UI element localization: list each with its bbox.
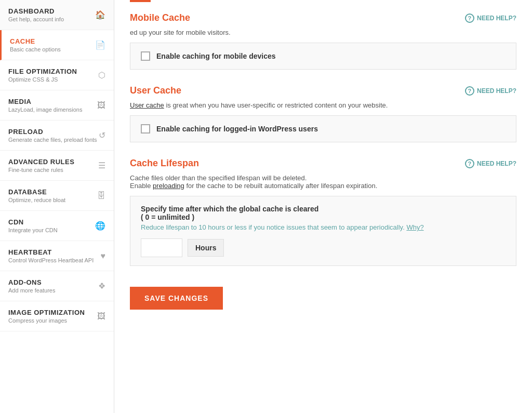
lifespan-specify-title: Specify time after which the global cach… — [141, 205, 506, 221]
lifespan-input[interactable] — [141, 238, 182, 257]
user-cache-description: User cache is great when you have user-s… — [130, 101, 516, 109]
sidebar-item-cdn[interactable]: CDN Integrate your CDN 🌐 — [0, 211, 114, 241]
mobile-cache-section: Mobile Cache ? NEED HELP? ed up your sit… — [130, 12, 516, 70]
main-content: Mobile Cache ? NEED HELP? ed up your sit… — [114, 0, 532, 413]
database-icon: 🗄 — [97, 191, 105, 201]
lifespan-why-link[interactable]: Why? — [406, 223, 423, 231]
file-optimization-icon: ⬡ — [98, 70, 105, 80]
mobile-cache-header: Mobile Cache ? NEED HELP? — [130, 12, 516, 23]
mobile-cache-option-box: Enable caching for mobile devices — [130, 43, 516, 70]
sidebar-item-image-optimization[interactable]: IMAGE OPTIMIZATION Compress your images … — [0, 301, 114, 331]
advanced-rules-icon: ☰ — [98, 161, 105, 170]
sidebar-item-add-ons[interactable]: ADD-ONS Add more features ❖ — [0, 271, 114, 301]
cache-lifespan-need-help[interactable]: ? NEED HELP? — [465, 159, 516, 168]
sidebar-item-advanced-rules[interactable]: ADVANCED RULES Fine-tune cache rules ☰ — [0, 151, 114, 181]
user-cache-checkbox[interactable] — [141, 124, 150, 134]
sidebar: DASHBOARD Get help, account info 🏠 CACHE… — [0, 0, 114, 413]
sidebar-item-database[interactable]: DATABASE Optimize, reduce bloat 🗄 — [0, 181, 114, 211]
lifespan-input-row: Hours — [141, 238, 506, 257]
user-cache-label: Enable caching for logged-in WordPress u… — [156, 125, 318, 133]
cdn-icon: 🌐 — [95, 221, 105, 231]
preload-icon: ↺ — [99, 130, 105, 140]
mobile-cache-label: Enable caching for mobile devices — [156, 52, 276, 60]
mobile-cache-title: Mobile Cache — [130, 12, 190, 23]
user-cache-title: User Cache — [130, 85, 181, 96]
add-ons-icon: ❖ — [98, 281, 105, 291]
mobile-cache-need-help[interactable]: ? NEED HELP? — [465, 14, 516, 23]
user-cache-option-box: Enable caching for logged-in WordPress u… — [130, 115, 516, 142]
dashboard-icon: 🏠 — [95, 10, 105, 20]
sidebar-item-preload[interactable]: PRELOAD Generate cache files, preload fo… — [0, 121, 114, 151]
cache-lifespan-description: Cache files older than the specified lif… — [130, 174, 516, 190]
user-cache-link[interactable]: User cache — [130, 101, 164, 109]
cache-lifespan-title: Cache Lifespan — [130, 158, 199, 169]
user-cache-section: User Cache ? NEED HELP? User cache is gr… — [130, 85, 516, 142]
sidebar-item-media[interactable]: MEDIA LazyLoad, image dimensions 🖼 — [0, 90, 114, 121]
cache-lifespan-section: Cache Lifespan ? NEED HELP? Cache files … — [130, 158, 516, 266]
image-optimization-icon: 🖼 — [97, 312, 105, 321]
save-changes-button[interactable]: SAVE CHANGES — [130, 287, 223, 310]
sidebar-item-cache[interactable]: CACHE Basic cache options 📄 — [0, 30, 114, 60]
lifespan-hint: Reduce lifespan to 10 hours or less if y… — [141, 223, 506, 231]
cache-icon: 📄 — [95, 40, 105, 50]
mobile-cache-checkbox[interactable] — [141, 51, 150, 61]
top-accent-bar — [130, 0, 151, 2]
user-cache-header: User Cache ? NEED HELP? — [130, 85, 516, 96]
need-help-icon: ? — [465, 14, 474, 23]
cache-lifespan-header: Cache Lifespan ? NEED HELP? — [130, 158, 516, 169]
hours-label: Hours — [188, 239, 224, 257]
sidebar-item-file-optimization[interactable]: FILE OPTIMIZATION Optimize CSS & JS ⬡ — [0, 60, 114, 90]
sidebar-item-heartbeat[interactable]: HEARTBEAT Control WordPress Heartbeat AP… — [0, 241, 114, 271]
user-cache-need-help-icon: ? — [465, 86, 474, 96]
mobile-cache-description: ed up your site for mobile visitors. — [130, 29, 516, 36]
cache-lifespan-need-help-icon: ? — [465, 159, 474, 168]
user-cache-need-help[interactable]: ? NEED HELP? — [465, 86, 516, 96]
preloading-link[interactable]: preloading — [153, 182, 184, 190]
sidebar-item-dashboard[interactable]: DASHBOARD Get help, account info 🏠 — [0, 0, 114, 30]
heartbeat-icon: ♥ — [101, 251, 106, 261]
cache-lifespan-box: Specify time after which the global cach… — [130, 196, 516, 266]
media-icon: 🖼 — [97, 101, 105, 110]
